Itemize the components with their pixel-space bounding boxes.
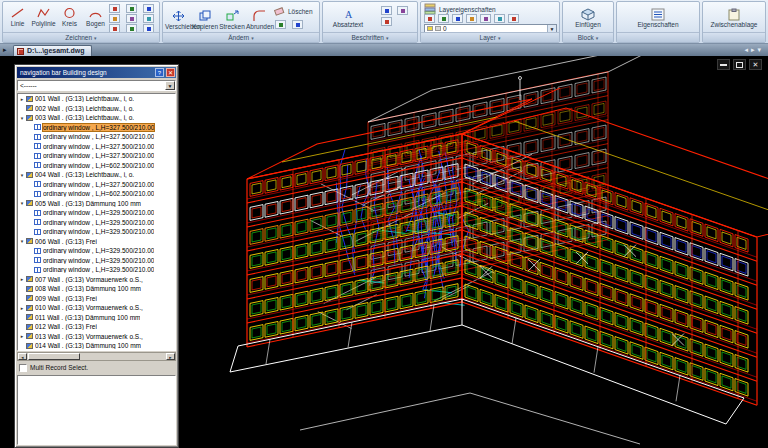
scroll-left-icon[interactable]: ◂ <box>18 353 27 360</box>
tree-item-wall[interactable]: 012 Wall . (G:13) Frei <box>18 322 175 332</box>
tree-item-wall[interactable]: ▸007 Wall . (G:13) Vormauerwerk o.S., <box>18 275 175 285</box>
tree-item-wall[interactable]: 011 Wall . (G:13) Dämmung 100 mm <box>18 313 175 323</box>
wall-icon <box>26 105 33 111</box>
ribbon-button-copy[interactable]: Kopieren <box>192 10 218 30</box>
restore-icon[interactable] <box>733 59 746 70</box>
tree-item-wall[interactable]: ▾003 Wall . (G:13) Leichtbauw., i, o. <box>18 113 175 123</box>
tree-item-window[interactable]: ordinary window , L,H=329.500/210.00 <box>18 265 175 275</box>
expand-arrow-icon[interactable]: ▾ <box>18 172 26 178</box>
tree-item-window[interactable]: ordinary window , L,H=329.500/210.00 <box>18 208 175 218</box>
tree-item-window[interactable]: ordinary window , L,H=327.500/210.00 <box>18 151 175 161</box>
ribbon-button-polyline[interactable]: Polylinie <box>31 7 56 27</box>
ribbon-small-icon[interactable] <box>126 14 137 23</box>
ribbon-small-icon[interactable] <box>381 17 392 26</box>
ribbon-small-icon[interactable] <box>381 6 392 15</box>
expand-arrow-icon[interactable]: ▾ <box>18 115 26 121</box>
panel-footer[interactable]: Beschriften▾ <box>323 32 417 42</box>
ribbon-button-insert[interactable]: Einfügen <box>565 8 611 28</box>
ribbon-button-text[interactable]: AAbsatztext <box>327 8 369 28</box>
ribbon-small-icon[interactable] <box>109 14 120 23</box>
ribbon-small-icon[interactable] <box>292 20 303 29</box>
tree-item-label: ordinary window , L,H=327.500/210.00 <box>43 181 154 188</box>
panel-footer[interactable]: Zeichnen▾ <box>3 32 159 42</box>
ribbon-button-clipboard[interactable]: Zwischenablage <box>705 8 763 28</box>
tree-item-wall[interactable]: 002 Wall . (G:13) Leichtbauw., i, o. <box>18 104 175 114</box>
scrollbar-thumb[interactable] <box>28 353 80 360</box>
tree-horizontal-scrollbar[interactable]: ◂ ▸ <box>17 352 176 361</box>
panel-footer[interactable]: Layer▾ <box>421 32 559 42</box>
palette-titlebar[interactable]: navigation bar Building design ? ✕ <box>17 67 176 78</box>
ribbon-small-icon[interactable] <box>494 14 505 23</box>
ribbon-small-icon[interactable] <box>508 14 519 23</box>
ribbon-small-icon[interactable] <box>438 14 449 23</box>
document-tab[interactable]: D:\...\gesamt.dwg <box>13 45 92 56</box>
help-icon[interactable]: ? <box>155 68 164 77</box>
tree-item-wall[interactable]: 008 Wall . (G:13) Dämmung 100 mm <box>18 284 175 294</box>
tree-item-window[interactable]: ordinary window , L,H=329.500/210.00 <box>18 227 175 237</box>
expand-arrow-icon[interactable]: ▾ <box>18 238 26 244</box>
tree-item-wall[interactable]: ▸010 Wall . (G:13) Vormauerwerk o.S., <box>18 303 175 313</box>
expand-arrow-icon[interactable]: ▸ <box>18 305 26 311</box>
panel-footer[interactable]: Ändern▾ <box>163 32 319 42</box>
tree-item-window[interactable]: ordinary window , L,H=329.500/210.00 <box>18 256 175 266</box>
tree-item-label: ordinary window , L,H=327.500/210.00 <box>43 152 154 159</box>
tree-item-wall[interactable]: ▾006 Wall . (G:13) Frei <box>18 237 175 247</box>
ribbon-button-arc[interactable]: Bogen <box>83 7 108 27</box>
chevron-down-icon[interactable]: ▼ <box>547 25 556 32</box>
ribbon-button-erase[interactable]: Löschen <box>273 5 313 18</box>
tree-item-window[interactable]: ordinary window , L,H=327.500/210.00 <box>18 180 175 190</box>
tree-item-window[interactable]: ordinary window , L,H=602.500/210.00 <box>18 189 175 199</box>
ribbon-small-icon[interactable] <box>143 4 154 13</box>
wall-icon <box>26 115 33 121</box>
ribbon-small-icon[interactable] <box>126 4 137 13</box>
tree-item-window[interactable]: ordinary window , L,H=327.500/210.00 <box>18 142 175 152</box>
expand-arrow-icon[interactable]: ▸ <box>18 96 26 102</box>
tree-item-wall[interactable]: 009 Wall . (G:13) Frei <box>18 294 175 304</box>
tab-menu-icon[interactable]: ▾ <box>757 46 764 53</box>
ribbon-small-icon[interactable] <box>480 14 491 23</box>
ribbon-button-circle[interactable]: Kreis <box>57 7 82 27</box>
tree-item-wall[interactable]: 014 Wall . (G:13) Dämmung 100 mm <box>18 341 175 351</box>
ribbon-small-icon[interactable] <box>397 6 408 15</box>
expand-arrow-icon[interactable]: ▾ <box>18 200 26 206</box>
tree-item-wall[interactable]: ▾004 Wall . (G:13) Leichtbauw., i, o. <box>18 170 175 180</box>
minimize-icon[interactable] <box>717 59 730 70</box>
record-listbox[interactable] <box>17 375 176 445</box>
ribbon-small-icon[interactable] <box>424 14 435 23</box>
scroll-right-icon[interactable]: ▸ <box>166 353 175 360</box>
ribbon-small-icon[interactable] <box>452 14 463 23</box>
ribbon-small-icon[interactable] <box>466 14 477 23</box>
ribbon-panel-beschriften: AAbsatztextBeschriften▾ <box>322 1 418 43</box>
tree-item-wall[interactable]: ▸001 Wall . (G:13) Leichtbauw., i, o. <box>18 94 175 104</box>
close-icon[interactable]: ✕ <box>749 59 762 70</box>
ribbon-small-icon[interactable] <box>109 4 120 13</box>
tree-item-wall[interactable]: ▾005 Wall . (G:13) Dämmung 100 mm <box>18 199 175 209</box>
tree-item-window[interactable]: ordinary window , L,H=329.500/210.00 <box>18 218 175 228</box>
menu-arrow-icon[interactable]: ▸ <box>3 44 7 56</box>
ribbon-button-stretch[interactable]: Strecken <box>219 10 245 30</box>
tree-item-window[interactable]: ordinary window , L,H=327.500/210.00 <box>18 132 175 142</box>
filter-combobox[interactable]: <------ ▼ <box>17 80 176 91</box>
chevron-down-icon[interactable]: ▼ <box>165 81 175 90</box>
ribbon-button-props[interactable]: Eigenschaften <box>619 8 697 28</box>
tree-item-window[interactable]: ordinary window , L,H=602.500/210.00 <box>18 161 175 171</box>
panel-footer[interactable] <box>617 32 699 42</box>
expand-arrow-icon[interactable]: ▸ <box>18 276 26 282</box>
panel-footer[interactable]: Block▾ <box>563 32 613 42</box>
tree-item-wall[interactable]: ▸013 Wall . (G:13) Vormauerwerk o.S., <box>18 332 175 342</box>
chevron-down-icon: ▾ <box>386 35 389 41</box>
window-icon <box>34 219 41 225</box>
tree-item-window[interactable]: ordinary window , L,H=327.500/210.00 <box>18 123 175 133</box>
multi-record-checkbox[interactable] <box>19 364 27 372</box>
ribbon-button-line[interactable]: Linie <box>5 7 30 27</box>
ribbon-small-icon[interactable] <box>143 14 154 23</box>
window-icon <box>34 267 41 273</box>
ribbon-button-fillet[interactable]: Abrunden <box>246 10 272 30</box>
close-icon[interactable]: ✕ <box>166 68 175 77</box>
expand-arrow-icon[interactable]: ▸ <box>18 333 26 339</box>
tree-item-window[interactable]: ordinary window , L,H=329.500/210.00 <box>18 246 175 256</box>
ribbon-small-icon[interactable] <box>275 20 286 29</box>
layer-color-swatch <box>435 26 441 31</box>
ribbon-button-move[interactable]: Verschieben <box>165 10 191 30</box>
panel-footer[interactable] <box>703 32 765 42</box>
